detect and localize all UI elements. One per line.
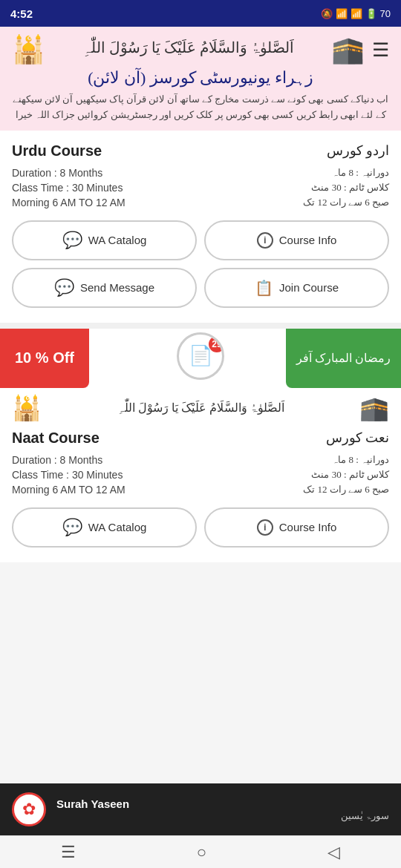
- course2-morning-en: Morning 6 AM TO 12 AM: [12, 484, 125, 496]
- notification-count: 29: [209, 336, 224, 352]
- player-info: Surah Yaseen سورۃ یٰسین: [56, 798, 389, 822]
- naat-course-card: 10 % Off 📄 29 رمضان المبارک آفر 🕌 اَلصَّ…: [0, 329, 401, 562]
- urdu-course-card: Urdu Course اردو کورس Duration : 8 Month…: [0, 131, 401, 329]
- course2-arabic-text: اَلصَّلوٰۃُ وَالسَّلَامُ عَلَیْکَ یَا رَ…: [117, 401, 284, 415]
- mute-icon: 🔕: [321, 8, 333, 19]
- course2-details: Duration : 8 Months دورانیہ : 8 ماہ Clas…: [12, 454, 389, 496]
- header-title: زہراء یونیورسٹی کورسز (آن لائن): [12, 68, 389, 88]
- header: 🕌 اَلصَّلوٰۃُ وَالسَّلَامُ عَلَیْکَ یَا …: [0, 27, 401, 131]
- course1-wa-catalog-label: WA Catalog: [88, 234, 147, 246]
- course2-morning-ur: صبح 6 سے رات 12 تک: [303, 484, 389, 496]
- course2-course-info-button[interactable]: i Course Info: [204, 507, 389, 548]
- course1-morning-ur: صبح 6 سے رات 12 تک: [303, 197, 389, 208]
- course1-send-message-button[interactable]: 💬 Send Message: [12, 268, 197, 308]
- course1-course-info-button[interactable]: i Course Info: [204, 220, 389, 260]
- course2-classtime-en: Class Time : 30 Minutes: [12, 469, 123, 481]
- info-icon: i: [257, 232, 273, 249]
- course2-wa-catalog-label: WA Catalog: [88, 521, 147, 533]
- mosque-left-icon: 🕌: [12, 34, 45, 65]
- whatsapp-send-icon: 💬: [54, 278, 74, 297]
- course2-duration-row: Duration : 8 Months دورانیہ : 8 ماہ: [12, 454, 389, 466]
- course1-wa-catalog-button[interactable]: 💬 WA Catalog: [12, 220, 197, 260]
- status-time: 4:52: [10, 7, 33, 20]
- course1-classtime-en: Class Time : 30 Minutes: [12, 182, 123, 194]
- course2-name-ur: نعت کورس: [326, 430, 390, 446]
- player-logo: ✿: [22, 800, 36, 819]
- player-subtitle: سورۃ یٰسین: [56, 810, 389, 822]
- header-description: اب دنیاکے کسی بھی کونے سے ذرست مخارج کے …: [12, 92, 389, 131]
- course2-duration-en: Duration : 8 Months: [12, 454, 102, 466]
- nav-bar: ☰ ○ ◁: [0, 835, 401, 868]
- mosque2-left-icon: 🕌: [12, 394, 42, 422]
- course2-duration-ur: دورانیہ : 8 ماہ: [332, 454, 389, 466]
- course2-name-en: Naat Course: [12, 430, 100, 447]
- course2-wa-catalog-button[interactable]: 💬 WA Catalog: [12, 507, 197, 548]
- info2-icon: i: [257, 519, 273, 536]
- course1-morning-en: Morning 6 AM TO 12 AM: [12, 197, 125, 208]
- ramadan-badge: رمضان المبارک آفر: [286, 329, 401, 388]
- course1-name-ur: اردو کورس: [327, 142, 390, 159]
- course1-buttons: 💬 WA Catalog i Course Info 💬 Send Messag…: [12, 220, 389, 308]
- join-icon: 📋: [255, 279, 273, 297]
- course1-morning-row: Morning 6 AM TO 12 AM صبح 6 سے رات 12 تک: [12, 197, 389, 208]
- banner-row: 10 % Off 📄 29 رمضان المبارک آفر: [0, 329, 401, 388]
- status-icons: 🔕 📶 📶 🔋 70: [321, 8, 391, 19]
- course1-duration-row: Duration : 8 Months دورانیہ : 8 ماہ: [12, 167, 389, 179]
- course2-inner: 🕌 اَلصَّلوٰۃُ وَالسَّلَامُ عَلَیْکَ یَا …: [0, 394, 401, 548]
- doc-icon: 📄: [189, 344, 212, 367]
- course1-classtime-row: Class Time : 30 Minutes کلاس ٹائم : 30 م…: [12, 182, 389, 194]
- player-avatar: ✿: [12, 792, 46, 826]
- course1-join-course-button[interactable]: 📋 Join Course: [204, 268, 389, 308]
- status-bar: 4:52 🔕 📶 📶 🔋 70: [0, 0, 401, 27]
- signal-icon: 📶: [351, 8, 362, 19]
- wifi-icon: 📶: [336, 8, 348, 19]
- course2-buttons: 💬 WA Catalog i Course Info: [12, 507, 389, 548]
- battery-icon: 🔋: [365, 8, 377, 19]
- course2-classtime-row: Class Time : 30 Minutes کلاس ٹائم : 30 م…: [12, 469, 389, 481]
- course1-duration-en: Duration : 8 Months: [12, 167, 102, 179]
- course1-send-message-label: Send Message: [80, 281, 154, 294]
- mosque-right-icon: 🕋: [331, 34, 365, 65]
- center-badge: 📄 29: [177, 332, 224, 380]
- nav-home-icon[interactable]: ○: [197, 843, 206, 862]
- player-bar[interactable]: ✿ Surah Yaseen سورۃ یٰسین: [0, 783, 401, 835]
- player-title: Surah Yaseen: [56, 798, 389, 810]
- course2-header: Naat Course نعت کورس: [12, 430, 389, 447]
- off-badge: 10 % Off: [0, 329, 89, 388]
- course1-details: Duration : 8 Months دورانیہ : 8 ماہ Clas…: [12, 167, 389, 208]
- battery-level: 70: [380, 8, 391, 19]
- nav-back-icon[interactable]: ◁: [327, 843, 340, 862]
- mosque2-right-icon: 🕋: [359, 394, 389, 422]
- course1-name-en: Urdu Course: [12, 142, 102, 160]
- course2-course-info-label: Course Info: [279, 521, 337, 533]
- menu-icon[interactable]: ☰: [372, 39, 389, 62]
- header-top: 🕌 اَلصَّلوٰۃُ وَالسَّلَامُ عَلَیْکَ یَا …: [12, 34, 389, 65]
- course2-morning-row: Morning 6 AM TO 12 AM صبح 6 سے رات 12 تک: [12, 484, 389, 496]
- course2-classtime-ur: کلاس ٹائم : 30 منٹ: [311, 469, 389, 481]
- course1-header: Urdu Course اردو کورس: [12, 142, 389, 160]
- course2-arabic-header: 🕌 اَلصَّلوٰۃُ وَالسَّلَامُ عَلَیْکَ یَا …: [12, 394, 389, 422]
- course1-classtime-ur: کلاس ٹائم : 30 منٹ: [311, 182, 389, 194]
- header-arabic: اَلصَّلوٰۃُ وَالسَّلَامُ عَلَیْکَ یَا رَ…: [45, 39, 331, 56]
- course1-duration-ur: دورانیہ : 8 ماہ: [332, 167, 389, 179]
- nav-menu-icon[interactable]: ☰: [61, 843, 76, 862]
- whatsapp2-icon: 💬: [62, 518, 82, 537]
- course1-course-info-label: Course Info: [279, 234, 337, 246]
- whatsapp-icon: 💬: [62, 231, 82, 250]
- course1-join-course-label: Join Course: [279, 281, 339, 294]
